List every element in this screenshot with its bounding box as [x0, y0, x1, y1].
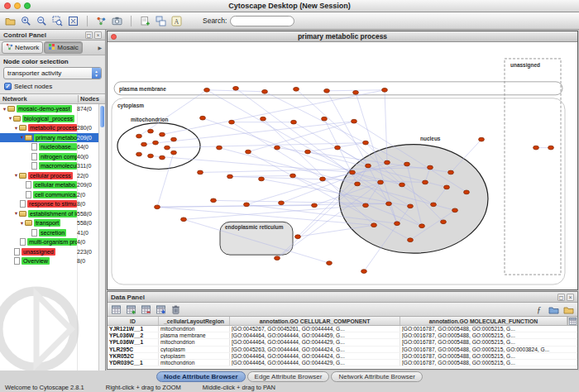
tree-header-network[interactable]: Network	[0, 95, 78, 103]
table-row[interactable]: YLR295Ccytoplasm[GO:0045263, GO:0044444,…	[108, 347, 577, 353]
expander-icon[interactable]: ▼	[19, 221, 25, 226]
table-row[interactable]: YPL036W__1mitochondrion[GO:0044464, GO:0…	[108, 339, 577, 346]
column-header-annotation-go-cellular-component[interactable]: annotation.GO CELLULAR_COMPONENT	[230, 317, 400, 325]
network-overview-icon[interactable]	[95, 15, 108, 27]
network-node[interactable]	[275, 256, 280, 261]
tree-item-response-to-stimu[interactable]: response to stimu...8(0	[0, 199, 98, 209]
tree-item-secretion[interactable]: secretion41(0	[0, 228, 98, 238]
open-icon[interactable]	[4, 15, 17, 27]
network-view-titlebar[interactable]: primary metabolic process	[108, 31, 577, 42]
network-node[interactable]	[262, 89, 268, 93]
network-node[interactable]	[155, 205, 160, 209]
close-panel-icon[interactable]: ×	[567, 294, 574, 301]
annotation-icon[interactable]: A	[170, 15, 183, 27]
tab-node-attribute-browser[interactable]: Node Attribute Browser	[156, 371, 246, 382]
table-row[interactable]: YKR052Ccytoplasm[GO:0044464, GO:0044444,…	[108, 353, 577, 360]
tab-network-attribute-browser[interactable]: Network Attribute Browser	[331, 371, 422, 382]
network-node[interactable]	[385, 160, 390, 165]
tab-mosaic[interactable]: Mosaic	[44, 41, 82, 54]
network-node[interactable]	[428, 165, 433, 170]
network-node[interactable]	[378, 180, 384, 184]
minimize-button[interactable]	[14, 2, 21, 9]
tree-item-macromolecul[interactable]: macromolecul...311(0	[0, 161, 98, 171]
network-node[interactable]	[233, 86, 239, 90]
frame-close-icon[interactable]	[111, 34, 117, 40]
tree-item-unassigned[interactable]: unassigned223(0	[0, 247, 98, 257]
network-node[interactable]	[148, 154, 154, 158]
network-node[interactable]	[320, 177, 326, 181]
tree-item-cell-communica[interactable]: cell communica...2(0	[0, 190, 98, 200]
network-node[interactable]	[259, 177, 265, 181]
tree-item-transport[interactable]: ▼transport558(0	[0, 218, 98, 228]
scrollbar-thumb[interactable]	[100, 106, 104, 127]
network-node[interactable]	[464, 190, 470, 194]
network-node[interactable]	[290, 174, 296, 178]
tree-item-primary-metabol[interactable]: ▼primary metabol...209(0	[0, 133, 98, 143]
network-node[interactable]	[279, 201, 285, 205]
tree-item-nitrogen-compo[interactable]: nitrogen compo...40(0	[0, 152, 98, 162]
network-node[interactable]	[261, 117, 266, 121]
network-node[interactable]	[441, 220, 447, 224]
float-panel-icon[interactable]: ◻	[85, 31, 93, 39]
tree-header-nodes[interactable]: Nodes	[78, 95, 105, 103]
tree-item-nucleobase[interactable]: nucleobase...64(0	[0, 142, 98, 152]
tree-item-metabolic-process[interactable]: ▼metabolic process280(0	[0, 123, 98, 133]
network-node[interactable]	[160, 132, 165, 136]
close-button[interactable]	[4, 2, 11, 9]
network-node[interactable]	[448, 170, 454, 174]
search-input[interactable]	[230, 16, 294, 26]
tree-scrollbar[interactable]	[98, 104, 105, 370]
network-node[interactable]	[153, 141, 159, 145]
network-node[interactable]	[148, 129, 154, 133]
network-node[interactable]	[246, 150, 251, 154]
network-node[interactable]	[160, 155, 165, 160]
table-row[interactable]: YJR121W__1mitochondrion[GO:0045267, GO:0…	[108, 326, 577, 332]
network-node[interactable]	[352, 119, 357, 123]
network-node[interactable]	[165, 146, 170, 150]
network-node[interactable]	[548, 146, 554, 150]
network-node[interactable]	[136, 134, 142, 138]
attribute-create-icon[interactable]	[125, 304, 137, 316]
network-node[interactable]	[355, 182, 361, 186]
network-node[interactable]	[312, 203, 318, 208]
network-node[interactable]	[227, 174, 233, 179]
network-node[interactable]	[324, 88, 330, 93]
column-header-annotation-go-molecular-function[interactable]: annotation.GO MOLECULAR_FUNCTION	[400, 317, 567, 325]
attribute-delete-icon[interactable]	[140, 304, 152, 316]
maximize-button[interactable]	[24, 2, 31, 9]
table-row[interactable]: YDR039C__1mitochondrion[GO:0044464, GO:0…	[108, 360, 577, 366]
tree-item-biological-process[interactable]: ▼biological_process	[0, 114, 98, 124]
network-node[interactable]	[350, 170, 356, 174]
network-from-selection-icon[interactable]	[155, 15, 167, 27]
network-node[interactable]	[291, 120, 297, 124]
network-node[interactable]	[322, 117, 328, 121]
zoom-in-icon[interactable]	[20, 15, 32, 27]
select-nodes-checkbox[interactable]: ✓	[4, 83, 12, 90]
network-node[interactable]	[229, 120, 235, 124]
tree-item-overview[interactable]: Overview8(0	[0, 256, 98, 266]
network-node[interactable]	[534, 146, 539, 150]
attribute-select-icon[interactable]	[110, 304, 122, 316]
import-attributes-icon[interactable]	[548, 304, 560, 316]
network-node[interactable]	[366, 164, 371, 168]
network-node[interactable]	[204, 88, 210, 92]
network-node[interactable]	[444, 185, 450, 189]
network-node[interactable]	[335, 146, 341, 150]
tree-item-multi-organism-pro[interactable]: multi-organism pro...4(0	[0, 237, 98, 247]
network-node[interactable]	[363, 203, 369, 208]
network-node[interactable]	[305, 150, 311, 154]
network-node[interactable]	[371, 223, 377, 227]
network-node[interactable]	[181, 218, 187, 222]
network-node[interactable]	[382, 88, 388, 92]
column-header-id[interactable]: ID	[108, 317, 159, 325]
network-node[interactable]	[294, 87, 299, 91]
network-node[interactable]	[408, 204, 414, 208]
tree-item-cellular-metabo[interactable]: cellular metabo...209(0	[0, 180, 98, 190]
tab-network[interactable]: Network	[2, 41, 43, 54]
expander-icon[interactable]: ▼	[13, 126, 19, 131]
tree-item-cellular-process[interactable]: ▼cellular process22(0	[0, 171, 98, 181]
network-node[interactable]	[419, 224, 425, 228]
network-node[interactable]	[171, 151, 177, 155]
expander-icon[interactable]: ▼	[13, 173, 19, 178]
color-attribute-dropdown[interactable]: transporter activity ▲▼	[3, 67, 102, 79]
